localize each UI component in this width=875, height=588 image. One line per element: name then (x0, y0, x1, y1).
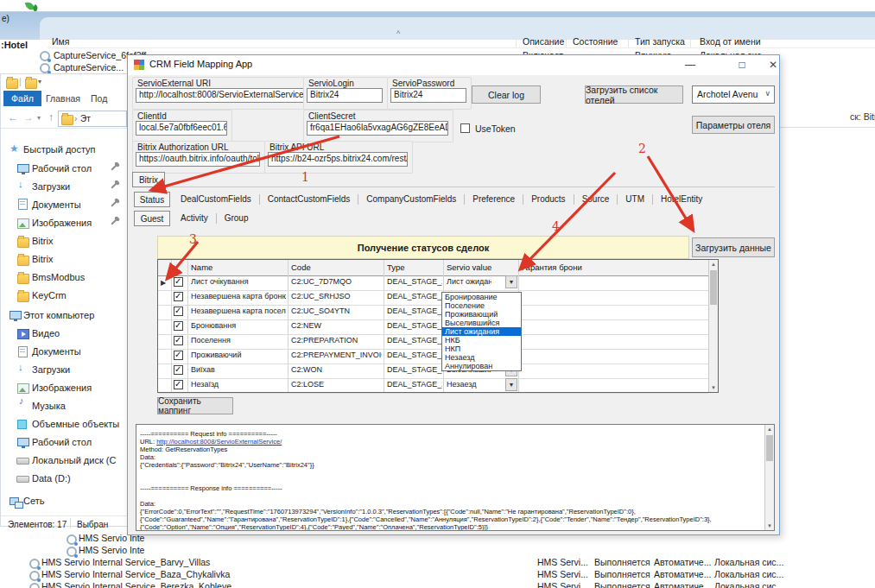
tab-share[interactable]: Под (91, 93, 107, 104)
service-row-name[interactable]: HMS Servio Internal Service_Baza_Chykali… (41, 569, 230, 579)
service-row-name-fragment[interactable]: HMS Servio Inte (79, 545, 144, 555)
scroll-down-icon[interactable]: ▼ (765, 523, 774, 528)
row-checkbox[interactable] (174, 351, 183, 360)
row-checkbox[interactable] (174, 336, 183, 345)
sidebar-item-data-d[interactable]: Data (D:) (32, 473, 71, 484)
servio-password-input[interactable]: Bitrix24 (390, 88, 466, 103)
scroll-down-icon[interactable]: ▼ (709, 385, 718, 390)
row-checkbox[interactable] (174, 321, 183, 331)
tab-products[interactable]: Products (523, 194, 574, 205)
sidebar-item-bmsmodbus[interactable]: BmsModbus (32, 272, 85, 282)
log-panel[interactable]: -----========== Request info ==========-… (136, 424, 775, 531)
tab-companycustomfields[interactable]: CompanyCustomFields (358, 194, 465, 205)
column-header-state[interactable]: Состояние (573, 36, 618, 47)
grid-row[interactable]: Незавершена карта бронювання C2:UC_SRHJS… (158, 290, 708, 306)
sidebar-item-pictures-pc[interactable]: Изображения (32, 383, 92, 393)
dropdown-option[interactable]: НКБ (442, 336, 521, 345)
sort-ascending-icon[interactable]: ^ (396, 29, 400, 38)
maximize-button[interactable]: □ (729, 55, 755, 74)
back-icon[interactable]: ← (8, 111, 18, 123)
use-token-checkbox[interactable] (460, 123, 470, 133)
log-scrollbar[interactable]: ▲ ▼ (764, 425, 774, 530)
quick-access-caret-icon[interactable]: ▾ (38, 78, 41, 85)
sidebar-item-3d-objects[interactable]: Объемные объекты (32, 419, 119, 429)
tab-source[interactable]: Source (574, 194, 618, 205)
tab-dealcustomfields[interactable]: DealCustomFields (173, 194, 260, 205)
grid-col-name[interactable]: Name (191, 262, 212, 272)
scrollbar-thumb[interactable] (766, 435, 773, 461)
grid-scrollbar[interactable]: ▲ ▼ (708, 260, 718, 392)
row-checkbox[interactable] (174, 307, 183, 316)
sidebar-item-desktop-pc[interactable]: Рабочий стол (32, 437, 92, 447)
grid-row[interactable]: Поселення C2:PREPARATION DEAL_STAGE_2 (158, 334, 708, 350)
dropdown-option[interactable]: НКП (442, 345, 521, 353)
recent-locations-caret-icon[interactable]: ▾ (37, 114, 41, 122)
sidebar-item-documents[interactable]: Документы (32, 199, 81, 210)
column-header-name[interactable]: Имя (52, 36, 69, 47)
sidebar-item-music[interactable]: Музыка (32, 401, 66, 411)
tab-file[interactable]: Файл (3, 91, 41, 106)
sidebar-item-desktop[interactable]: Рабочий стол (32, 163, 92, 174)
scroll-up-icon[interactable]: ▲ (709, 262, 718, 267)
tab-activity[interactable]: Activity (173, 213, 217, 224)
dropdown-option[interactable]: Поселение (442, 301, 521, 310)
column-header-logon[interactable]: Вход от имени (700, 36, 761, 47)
row-checkbox[interactable] (174, 380, 183, 389)
address-bar[interactable]: › Эт (58, 111, 127, 127)
sidebar-item-bitrix-2[interactable]: Bitrix (32, 254, 53, 264)
scrollbar-thumb[interactable] (710, 270, 717, 305)
explorer-search-fragment[interactable]: ск: Bitrix (850, 111, 875, 122)
load-data-button[interactable]: Загрузить данные (692, 237, 775, 257)
dropdown-option-selected[interactable]: Лист ожидания (442, 327, 521, 336)
grid-row[interactable]: Незаїзд C2:LOSE DEAL_STAGE_2 Незаезд ▼ (158, 378, 708, 394)
sidebar-group-quick-access[interactable]: Быстрый доступ (23, 144, 96, 155)
grid-col-servio[interactable]: Servio value (447, 262, 491, 272)
sidebar-group-this-pc[interactable]: Этот компьютер (23, 310, 94, 320)
grid-row[interactable]: Виїхав C2:WON DEAL_STAGE_2 Выселившийся … (158, 364, 708, 379)
client-secret-input[interactable]: fr6qa1EHao6la5vxagAG6gZE8EeAD7Cre4epw9bq… (307, 121, 448, 136)
sidebar-item-downloads-pc[interactable]: Загрузки (32, 364, 70, 375)
tab-guest[interactable]: Guest (134, 211, 170, 226)
dropdown-option[interactable]: Выселившийся (442, 319, 521, 327)
dropdown-option[interactable]: Незаезд (442, 353, 521, 362)
load-hotels-button[interactable]: Загрузить список отелей (585, 85, 683, 104)
row-checkbox[interactable] (174, 292, 183, 301)
tab-preference[interactable]: Preference (465, 194, 523, 205)
sidebar-item-downloads[interactable]: Загрузки (32, 181, 70, 192)
servio-uri-input[interactable]: http://localhost:8008/ServioExternalServ… (136, 88, 319, 103)
auth-url-input[interactable]: https://oauth.bitrix.info/oauth/token/ (136, 152, 260, 167)
grid-row[interactable]: Незавершена карта поселення C2:UC_SO4YTN… (158, 305, 708, 320)
hotel-select[interactable]: Archotel Avenue ∨ (692, 85, 775, 104)
save-mapping-button[interactable]: Сохранить маппинг (157, 397, 233, 414)
tab-contactcustomfields[interactable]: ContactCustomFields (260, 194, 359, 205)
sidebar-item-videos[interactable]: Видео (32, 328, 60, 338)
grid-row[interactable]: Бронювання C2:NEW DEAL_STAGE_2 (158, 319, 708, 335)
forward-icon[interactable]: → (23, 111, 34, 123)
grid-row[interactable]: Проживаючий C2:PREPAYMENT_INVOICE DEAL_S… (158, 349, 708, 364)
servio-login-input[interactable]: Bitrix24 (307, 88, 383, 103)
hotel-params-button[interactable]: Параметры отеля (692, 116, 775, 134)
tab-hotelentity[interactable]: HotelEntity (653, 194, 710, 205)
sidebar-item-pictures[interactable]: Изображения (32, 218, 92, 228)
title-bar[interactable]: CRM Field Mapping App — □ ✕ (128, 55, 779, 75)
service-row-name[interactable]: HMS Servio Internal Service_Barvy_Villas (41, 557, 210, 567)
sidebar-item-local-disk-c[interactable]: Локальный диск (C (32, 455, 116, 465)
grid-col-warranty[interactable]: Гарантия брони (522, 262, 582, 272)
servio-value-dropdown[interactable]: Бронирование Поселение Проживающий Высел… (441, 292, 522, 371)
client-id-input[interactable]: local.5e7a0fbf6eec01.65545489 (136, 121, 227, 136)
grid-col-type[interactable]: Type (387, 262, 405, 272)
grid-col-code[interactable]: Code (291, 262, 311, 272)
tab-group[interactable]: Group (217, 213, 257, 224)
status-mapping-grid[interactable]: Name Code Type Servio value Гарантия бро… (157, 259, 719, 393)
close-button[interactable]: ✕ (760, 55, 786, 74)
cell-servio-value[interactable]: Незаезд (447, 380, 491, 389)
sidebar-group-network[interactable]: Сеть (23, 496, 44, 506)
column-header-startup[interactable]: Тип запуска (635, 36, 685, 47)
scroll-up-icon[interactable]: ▲ (765, 427, 774, 432)
sidebar-item-keycrm[interactable]: KeyCrm (32, 290, 67, 300)
service-row-name[interactable]: HMS Servio Internal Service_Berezka_Kobl… (41, 581, 231, 588)
tab-home[interactable]: Главная (46, 93, 80, 104)
cell-servio-value[interactable]: Лист ожидания (447, 277, 491, 286)
service-row-name[interactable]: CaptureService... (54, 62, 124, 73)
sidebar-item-documents-pc[interactable]: Документы (32, 346, 81, 357)
